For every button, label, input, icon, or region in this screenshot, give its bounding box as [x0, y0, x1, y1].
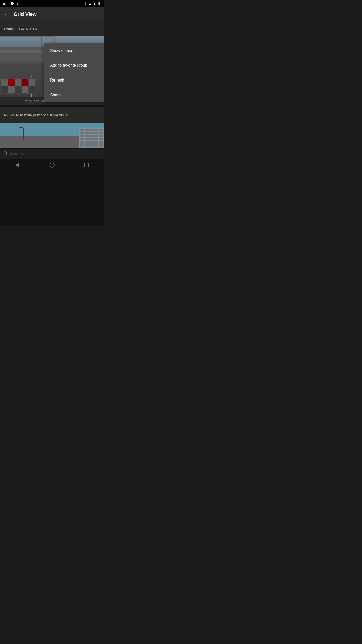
context-menu-item-share[interactable]: Share	[44, 88, 104, 102]
status-time: 9:12	[3, 2, 9, 6]
page-title: Grid View	[14, 11, 37, 17]
battery-icon: 🔋	[97, 2, 101, 5]
status-icon-a: 🅐	[11, 2, 14, 5]
status-bar: 9:12 🅐 ⊘ 📍 ▲ ▲ 🔋	[0, 0, 104, 7]
wifi-icon: ▲	[89, 2, 92, 5]
context-menu: Show on map Add to favorite group Refres…	[44, 43, 104, 102]
context-menu-item-add-favorite[interactable]: Add to favorite group	[44, 58, 104, 73]
context-menu-item-refresh[interactable]: Refresh	[44, 73, 104, 88]
location-icon: 📍	[84, 2, 87, 5]
app-bar: ← Grid View	[0, 7, 104, 21]
status-left: 9:12 🅐 ⊘	[3, 2, 18, 6]
status-right: 📍 ▲ ▲ 🔋	[84, 2, 101, 5]
context-menu-overlay[interactable]: Show on map Add to favorite group Refres…	[0, 21, 104, 225]
status-icon-nodisturb: ⊘	[15, 2, 18, 6]
context-menu-item-show-on-map[interactable]: Show on map	[44, 43, 104, 58]
back-button[interactable]: ←	[4, 11, 10, 17]
signal-icon: ▲	[93, 2, 96, 5]
